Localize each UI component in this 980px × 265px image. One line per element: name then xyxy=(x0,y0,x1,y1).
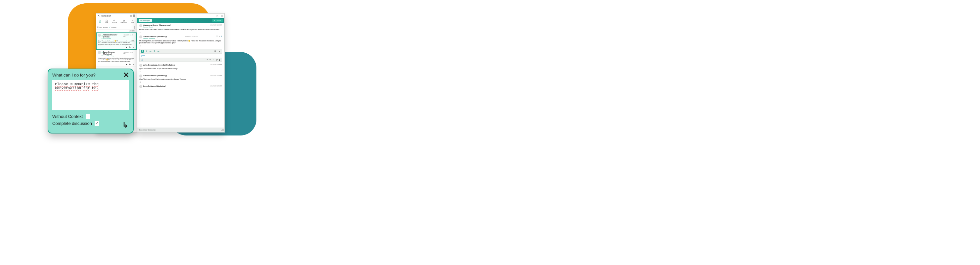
close-icon[interactable]: ✕ xyxy=(98,14,100,17)
message-timestamp: 12/4/2023 12:53 PM xyxy=(185,35,198,37)
thread-card[interactable]: Susan Sommer (Marketing) 12/4/2023 12:53… xyxy=(96,49,137,67)
thread-list: Rebecca Chandler (Events) 12/4/2023 12:5… xyxy=(96,32,137,67)
compose-toolbar: B I ▧ ≡ ▤ ⇱ ✕ xyxy=(140,49,222,54)
submit-enter-icon[interactable]: ↲ xyxy=(123,121,128,129)
avatar xyxy=(139,64,142,67)
heading-button[interactable]: ▧ xyxy=(149,49,152,53)
ai-prompt-input[interactable]: Please summarize the conversation for me… xyxy=(52,80,129,110)
star-icon[interactable]: ★ xyxy=(126,46,128,48)
like-icon[interactable]: ☺ xyxy=(139,45,222,47)
checked-button[interactable]: Checked xyxy=(109,26,116,28)
avatar xyxy=(98,51,101,54)
complete-discussion-label: Complete discussion xyxy=(52,121,92,126)
nav-me[interactable]: ME xyxy=(99,19,101,24)
tab-all-messages[interactable]: All messages xyxy=(138,19,152,22)
dropdown-icon[interactable]: ▾ xyxy=(219,35,220,37)
message-item: Luca Cattaneo (Marketing) 12/4/2023 12:5… xyxy=(139,85,222,88)
connect-header: ✕ CONNECT ◍ ☰ xyxy=(96,14,137,18)
like-icon[interactable]: ☺ xyxy=(139,70,222,73)
flag-icon[interactable]: ⚑ xyxy=(129,64,131,65)
list-number-button[interactable]: ▤ xyxy=(157,49,160,53)
avatar xyxy=(139,85,142,88)
channels-icon xyxy=(123,19,125,22)
star-icon[interactable]: ★ xyxy=(126,64,128,65)
without-context-option[interactable]: Without Context xyxy=(52,114,129,119)
nav-channels-label: CHANNELS xyxy=(121,22,127,24)
nav-more[interactable]: MORE xyxy=(131,19,134,24)
like-icon[interactable]: ☺ xyxy=(139,81,222,83)
thread-menu-icon[interactable]: ⋮ xyxy=(133,27,136,28)
nav-more-label: MORE xyxy=(131,22,134,24)
undo-icon[interactable]: ↶ xyxy=(207,59,208,61)
reply-count-badge: 1 xyxy=(216,35,218,37)
message-item: Susan Sommer (Marketing) 12/4/2023 12:55… xyxy=(139,75,222,83)
resize-grip[interactable] xyxy=(221,129,224,131)
date-separator: 12/4/2023 xyxy=(96,29,137,32)
bold-button[interactable]: B xyxy=(141,49,144,53)
complete-discussion-checkbox[interactable]: ✓ xyxy=(95,121,99,126)
sorted-button[interactable]: ⇅ Sorted xyxy=(103,27,108,28)
filter-button[interactable]: ☰ Filter xyxy=(97,27,102,28)
message-author: Susan Sommer (Marketing) xyxy=(143,75,167,77)
thread-channel: Connect #Marketing xyxy=(102,55,135,57)
check-icon[interactable]: ✓ xyxy=(133,64,135,65)
reply-compose-box: B I ▧ ≡ ▤ ⇱ ✕ @lca 🔗 ↶ ↷ ☺ @ ➤ xyxy=(139,49,222,62)
nav-search-label: SEARCH xyxy=(112,22,117,24)
send-button[interactable]: ➤ xyxy=(219,59,221,61)
notification-icon[interactable]: ◍ xyxy=(130,14,132,17)
more-icon xyxy=(131,19,134,22)
home-icon xyxy=(105,19,108,22)
like-icon[interactable]: ☺ xyxy=(139,32,222,34)
presence-dot xyxy=(102,52,103,53)
nav-search[interactable]: SEARCH xyxy=(112,19,117,24)
close-icon[interactable]: ✕ xyxy=(123,73,129,78)
ai-popup-title: What can I do for you? xyxy=(52,73,95,78)
bell-icon[interactable]: ◴ xyxy=(216,14,218,17)
start-discussion-input[interactable]: Start a new discussion xyxy=(137,128,224,132)
filter-row: ☰ Filter ⇅ Sorted Checked ⋮ xyxy=(96,25,137,29)
menu-icon[interactable]: ☰ xyxy=(133,14,135,17)
attach-icon[interactable]: 🔗 xyxy=(141,59,143,61)
nav-home[interactable]: HOME xyxy=(105,19,108,24)
user-icon xyxy=(99,19,101,22)
expand-icon[interactable]: ⇱ xyxy=(214,49,217,53)
message-body: #Marketing I have just finished the #pre… xyxy=(139,40,222,44)
avatar xyxy=(98,34,101,37)
message-meta: 1 ▾ 🔗 xyxy=(216,35,222,37)
search-icon xyxy=(113,19,116,22)
thread-card[interactable]: Rebecca Chandler (Events) 12/4/2023 12:5… xyxy=(96,32,137,49)
svg-point-2 xyxy=(131,21,132,21)
thread-preview: #Marketing I have just finished the #pre… xyxy=(98,57,135,62)
without-context-checkbox[interactable] xyxy=(86,114,90,119)
unread-filter-button[interactable]: Unread xyxy=(212,19,223,22)
complete-discussion-option[interactable]: Complete discussion ✓ xyxy=(52,121,129,126)
messages-top-bar: ◴ ☰ xyxy=(137,14,224,18)
hamburger-icon[interactable]: ☰ xyxy=(221,14,223,18)
messages-tabs: All messages Unread xyxy=(137,18,224,23)
message-timestamp: 12/4/2023 12:55 PM xyxy=(210,75,222,76)
flag-icon[interactable]: ⚑ xyxy=(129,46,131,48)
list-bullet-button[interactable]: ≡ xyxy=(153,49,156,53)
thread-author: Rebecca Chandler (Events) xyxy=(103,34,123,38)
without-context-label: Without Context xyxy=(52,114,83,119)
emoji-icon[interactable]: ☺ xyxy=(212,59,215,61)
message-body: #Event What is the current status of the… xyxy=(139,29,222,31)
nav-me-label: ME xyxy=(99,22,101,24)
ai-assist-popup: What can I do for you? ✕ Please summariz… xyxy=(48,69,134,134)
compose-input[interactable]: @lca xyxy=(140,54,222,57)
thread-channel: Connect #Event xyxy=(102,38,135,40)
avatar xyxy=(139,24,142,27)
mention-icon[interactable]: @ xyxy=(216,59,218,61)
attachment-icon[interactable]: 🔗 xyxy=(221,35,222,37)
thread-author: Susan Sommer (Marketing) xyxy=(103,51,123,55)
message-body: @sso No problem. When do you need the tr… xyxy=(139,68,222,70)
presence-dot xyxy=(102,35,103,37)
message-body: @jga Thank you. I need the translated pr… xyxy=(139,78,222,80)
thread-preview: @igo The stand is booked 😊 We have a cou… xyxy=(98,40,135,45)
italic-button[interactable]: I xyxy=(145,49,148,53)
svg-point-3 xyxy=(132,21,133,21)
nav-channels[interactable]: CHANNELS xyxy=(121,19,127,24)
redo-icon[interactable]: ↷ xyxy=(210,59,211,61)
close-icon[interactable]: ✕ xyxy=(218,49,221,53)
check-icon[interactable]: ✓ xyxy=(133,46,135,48)
